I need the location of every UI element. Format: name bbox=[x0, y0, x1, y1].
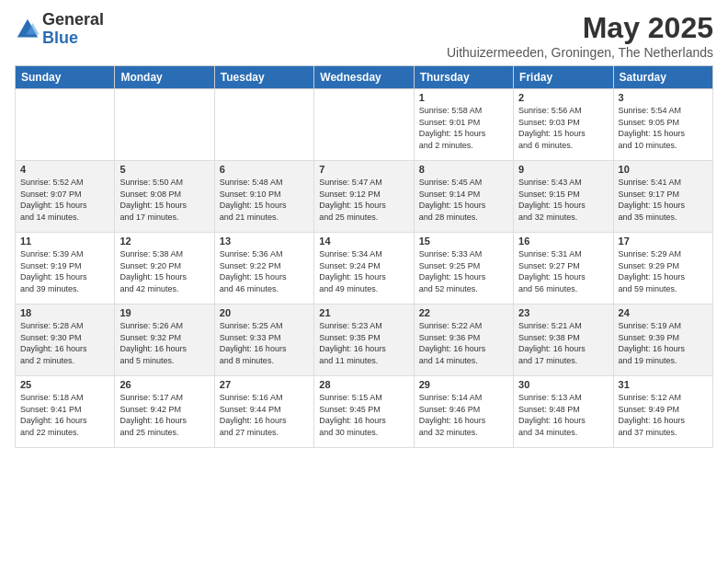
weekday-header-friday: Friday bbox=[514, 66, 613, 89]
day-info: Sunrise: 5:52 AMSunset: 9:07 PMDaylight:… bbox=[20, 177, 109, 223]
day-number: 2 bbox=[518, 92, 608, 103]
day-number: 16 bbox=[518, 236, 608, 247]
week-row-4: 18Sunrise: 5:28 AMSunset: 9:30 PMDayligh… bbox=[16, 304, 713, 376]
day-number: 10 bbox=[619, 164, 708, 175]
day-info: Sunrise: 5:34 AMSunset: 9:24 PMDaylight:… bbox=[319, 248, 408, 294]
day-info: Sunrise: 5:19 AMSunset: 9:39 PMDaylight:… bbox=[619, 320, 708, 366]
day-cell-8: 8Sunrise: 5:45 AMSunset: 9:14 PMDaylight… bbox=[414, 161, 513, 233]
day-number: 21 bbox=[319, 307, 408, 318]
weekday-header-sunday: Sunday bbox=[16, 66, 115, 89]
day-info: Sunrise: 5:26 AMSunset: 9:32 PMDaylight:… bbox=[119, 320, 209, 366]
day-number: 1 bbox=[419, 92, 508, 103]
day-number: 3 bbox=[619, 92, 708, 103]
day-cell-30: 30Sunrise: 5:13 AMSunset: 9:48 PMDayligh… bbox=[514, 376, 613, 448]
day-cell-18: 18Sunrise: 5:28 AMSunset: 9:30 PMDayligh… bbox=[16, 304, 115, 376]
day-info: Sunrise: 5:58 AMSunset: 9:01 PMDaylight:… bbox=[419, 105, 508, 151]
week-row-5: 25Sunrise: 5:18 AMSunset: 9:41 PMDayligh… bbox=[16, 376, 713, 448]
day-info: Sunrise: 5:39 AMSunset: 9:19 PMDaylight:… bbox=[20, 248, 109, 294]
day-info: Sunrise: 5:47 AMSunset: 9:12 PMDaylight:… bbox=[319, 177, 408, 223]
day-number: 14 bbox=[319, 236, 408, 247]
day-number: 29 bbox=[419, 379, 508, 390]
day-number: 13 bbox=[220, 236, 309, 247]
day-number: 17 bbox=[619, 236, 708, 247]
day-cell-11: 11Sunrise: 5:39 AMSunset: 9:19 PMDayligh… bbox=[16, 233, 115, 304]
day-info: Sunrise: 5:33 AMSunset: 9:25 PMDaylight:… bbox=[419, 248, 508, 294]
day-info: Sunrise: 5:23 AMSunset: 9:35 PMDaylight:… bbox=[319, 320, 408, 366]
day-number: 12 bbox=[119, 236, 209, 247]
day-number: 31 bbox=[619, 379, 708, 390]
month-title: May 2025 bbox=[447, 11, 713, 45]
weekday-header-monday: Monday bbox=[115, 66, 214, 89]
day-info: Sunrise: 5:38 AMSunset: 9:20 PMDaylight:… bbox=[119, 248, 209, 294]
day-cell-29: 29Sunrise: 5:14 AMSunset: 9:46 PMDayligh… bbox=[414, 376, 513, 448]
header: General Blue May 2025 Uithuizermeeden, G… bbox=[15, 11, 713, 60]
day-number: 8 bbox=[419, 164, 508, 175]
empty-cell bbox=[214, 89, 313, 161]
day-cell-28: 28Sunrise: 5:15 AMSunset: 9:45 PMDayligh… bbox=[314, 376, 414, 448]
day-cell-16: 16Sunrise: 5:31 AMSunset: 9:27 PMDayligh… bbox=[514, 233, 613, 304]
day-number: 15 bbox=[419, 236, 508, 247]
day-number: 18 bbox=[20, 307, 109, 318]
week-row-1: 1Sunrise: 5:58 AMSunset: 9:01 PMDaylight… bbox=[16, 89, 713, 161]
day-number: 22 bbox=[419, 307, 508, 318]
day-number: 19 bbox=[119, 307, 209, 318]
calendar-table: SundayMondayTuesdayWednesdayThursdayFrid… bbox=[15, 65, 713, 448]
weekday-header-saturday: Saturday bbox=[613, 66, 712, 89]
day-info: Sunrise: 5:21 AMSunset: 9:38 PMDaylight:… bbox=[518, 320, 608, 366]
day-info: Sunrise: 5:13 AMSunset: 9:48 PMDaylight:… bbox=[518, 392, 608, 438]
day-cell-31: 31Sunrise: 5:12 AMSunset: 9:49 PMDayligh… bbox=[613, 376, 712, 448]
day-number: 25 bbox=[20, 379, 109, 390]
day-cell-2: 2Sunrise: 5:56 AMSunset: 9:03 PMDaylight… bbox=[514, 89, 613, 161]
subtitle: Uithuizermeeden, Groningen, The Netherla… bbox=[447, 45, 713, 60]
week-row-2: 4Sunrise: 5:52 AMSunset: 9:07 PMDaylight… bbox=[16, 161, 713, 233]
day-info: Sunrise: 5:15 AMSunset: 9:45 PMDaylight:… bbox=[319, 392, 408, 438]
day-cell-17: 17Sunrise: 5:29 AMSunset: 9:29 PMDayligh… bbox=[613, 233, 712, 304]
title-area: May 2025 Uithuizermeeden, Groningen, The… bbox=[447, 11, 713, 60]
day-cell-23: 23Sunrise: 5:21 AMSunset: 9:38 PMDayligh… bbox=[514, 304, 613, 376]
day-cell-12: 12Sunrise: 5:38 AMSunset: 9:20 PMDayligh… bbox=[115, 233, 214, 304]
day-cell-25: 25Sunrise: 5:18 AMSunset: 9:41 PMDayligh… bbox=[16, 376, 115, 448]
day-info: Sunrise: 5:17 AMSunset: 9:42 PMDaylight:… bbox=[119, 392, 209, 438]
day-cell-9: 9Sunrise: 5:43 AMSunset: 9:15 PMDaylight… bbox=[514, 161, 613, 233]
empty-cell bbox=[314, 89, 414, 161]
day-info: Sunrise: 5:56 AMSunset: 9:03 PMDaylight:… bbox=[518, 105, 608, 151]
day-cell-7: 7Sunrise: 5:47 AMSunset: 9:12 PMDaylight… bbox=[314, 161, 414, 233]
day-cell-3: 3Sunrise: 5:54 AMSunset: 9:05 PMDaylight… bbox=[613, 89, 712, 161]
day-cell-5: 5Sunrise: 5:50 AMSunset: 9:08 PMDaylight… bbox=[115, 161, 214, 233]
logo-blue: Blue bbox=[42, 29, 104, 48]
day-cell-4: 4Sunrise: 5:52 AMSunset: 9:07 PMDaylight… bbox=[16, 161, 115, 233]
day-cell-27: 27Sunrise: 5:16 AMSunset: 9:44 PMDayligh… bbox=[214, 376, 313, 448]
day-number: 4 bbox=[20, 164, 109, 175]
day-number: 26 bbox=[119, 379, 209, 390]
day-cell-22: 22Sunrise: 5:22 AMSunset: 9:36 PMDayligh… bbox=[414, 304, 513, 376]
weekday-header-wednesday: Wednesday bbox=[314, 66, 414, 89]
day-info: Sunrise: 5:14 AMSunset: 9:46 PMDaylight:… bbox=[419, 392, 508, 438]
day-info: Sunrise: 5:29 AMSunset: 9:29 PMDaylight:… bbox=[619, 248, 708, 294]
day-number: 5 bbox=[119, 164, 209, 175]
empty-cell bbox=[115, 89, 214, 161]
day-cell-20: 20Sunrise: 5:25 AMSunset: 9:33 PMDayligh… bbox=[214, 304, 313, 376]
day-info: Sunrise: 5:41 AMSunset: 9:17 PMDaylight:… bbox=[619, 177, 708, 223]
day-cell-1: 1Sunrise: 5:58 AMSunset: 9:01 PMDaylight… bbox=[414, 89, 513, 161]
day-number: 28 bbox=[319, 379, 408, 390]
day-info: Sunrise: 5:18 AMSunset: 9:41 PMDaylight:… bbox=[20, 392, 109, 438]
weekday-header-row: SundayMondayTuesdayWednesdayThursdayFrid… bbox=[16, 66, 713, 89]
day-info: Sunrise: 5:22 AMSunset: 9:36 PMDaylight:… bbox=[419, 320, 508, 366]
day-number: 30 bbox=[518, 379, 608, 390]
weekday-header-thursday: Thursday bbox=[414, 66, 513, 89]
logo-text: General Blue bbox=[42, 11, 104, 48]
day-info: Sunrise: 5:48 AMSunset: 9:10 PMDaylight:… bbox=[220, 177, 309, 223]
day-number: 20 bbox=[220, 307, 309, 318]
day-info: Sunrise: 5:25 AMSunset: 9:33 PMDaylight:… bbox=[220, 320, 309, 366]
day-cell-19: 19Sunrise: 5:26 AMSunset: 9:32 PMDayligh… bbox=[115, 304, 214, 376]
week-row-3: 11Sunrise: 5:39 AMSunset: 9:19 PMDayligh… bbox=[16, 233, 713, 304]
day-cell-21: 21Sunrise: 5:23 AMSunset: 9:35 PMDayligh… bbox=[314, 304, 414, 376]
day-info: Sunrise: 5:54 AMSunset: 9:05 PMDaylight:… bbox=[619, 105, 708, 151]
day-info: Sunrise: 5:31 AMSunset: 9:27 PMDaylight:… bbox=[518, 248, 608, 294]
day-cell-13: 13Sunrise: 5:36 AMSunset: 9:22 PMDayligh… bbox=[214, 233, 313, 304]
weekday-header-tuesday: Tuesday bbox=[214, 66, 313, 89]
day-info: Sunrise: 5:36 AMSunset: 9:22 PMDaylight:… bbox=[220, 248, 309, 294]
day-number: 24 bbox=[619, 307, 708, 318]
day-number: 9 bbox=[518, 164, 608, 175]
day-number: 6 bbox=[220, 164, 309, 175]
